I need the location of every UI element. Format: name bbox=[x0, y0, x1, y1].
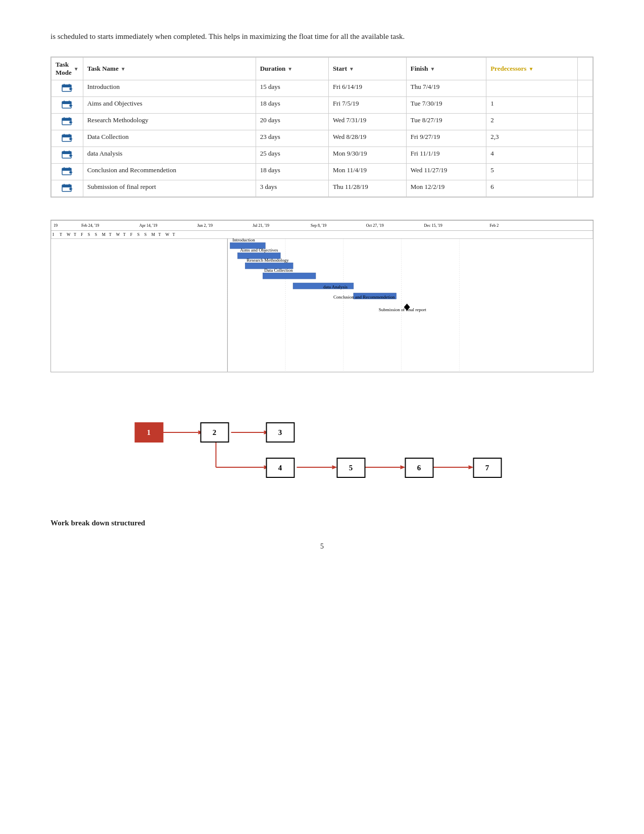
table-row: Research Methodology20 daysWed 7/31/19Tu… bbox=[52, 114, 593, 130]
col-predecessors: Predecessors ▼ bbox=[486, 58, 578, 80]
table-body: Introduction15 daysFri 6/14/19Thu 7/4/19… bbox=[52, 80, 593, 197]
task-name-cell: Research Methodology bbox=[83, 114, 256, 130]
svg-text:F: F bbox=[130, 232, 133, 237]
task-mode-cell bbox=[52, 164, 83, 180]
svg-rect-16 bbox=[62, 135, 71, 137]
svg-text:F: F bbox=[81, 232, 83, 237]
svg-text:W: W bbox=[116, 232, 120, 237]
svg-text:Feb 2: Feb 2 bbox=[489, 223, 499, 228]
svg-text:M: M bbox=[152, 232, 155, 237]
col-duration-label: Duration bbox=[260, 65, 286, 73]
col-task-name-arrow[interactable]: ▼ bbox=[121, 66, 126, 72]
task-duration-cell: 3 days bbox=[256, 180, 328, 197]
wbs-title: Work break down structured bbox=[51, 519, 593, 527]
task-name-cell: Conclusion and Recommendetion bbox=[83, 164, 256, 180]
task-mode-icon bbox=[62, 183, 73, 192]
task-mode-cell bbox=[52, 80, 83, 97]
svg-text:Apr 14, '19: Apr 14, '19 bbox=[139, 223, 158, 228]
task-extra-cell bbox=[578, 180, 593, 197]
col-extra bbox=[578, 58, 593, 80]
col-start-arrow[interactable]: ▼ bbox=[349, 66, 354, 72]
col-task-name: Task Name ▼ bbox=[83, 58, 256, 80]
svg-text:19: 19 bbox=[54, 223, 58, 228]
svg-text:Dec 15, '19: Dec 15, '19 bbox=[424, 223, 442, 228]
svg-rect-31 bbox=[62, 185, 71, 187]
svg-text:T: T bbox=[60, 232, 62, 237]
task-pred-cell: 6 bbox=[486, 180, 578, 197]
intro-paragraph: is scheduled to starts immediately when … bbox=[51, 30, 593, 42]
col-task-mode-arrow[interactable]: ▼ bbox=[74, 66, 79, 72]
task-mode-icon bbox=[62, 133, 73, 142]
task-pred-cell: 5 bbox=[486, 164, 578, 180]
task-extra-cell bbox=[578, 97, 593, 114]
svg-marker-96 bbox=[469, 465, 474, 469]
svg-text:Jun 2, '19: Jun 2, '19 bbox=[197, 223, 212, 228]
task-finish-cell: Mon 12/2/19 bbox=[406, 180, 486, 197]
col-task-mode: TaskMode ▼ bbox=[52, 58, 83, 80]
svg-text:T: T bbox=[173, 232, 175, 237]
task-extra-cell bbox=[578, 114, 593, 130]
task-name-cell: Submission of final report bbox=[83, 180, 256, 197]
svg-rect-11 bbox=[62, 118, 71, 121]
task-mode-cell bbox=[52, 130, 83, 147]
table-row: Introduction15 daysFri 6/14/19Thu 7/4/19 bbox=[52, 80, 593, 97]
task-start-cell: Wed 8/28/19 bbox=[328, 130, 406, 147]
table-row: Submission of final report3 daysThu 11/2… bbox=[52, 180, 593, 197]
col-start-label: Start bbox=[333, 65, 347, 73]
task-mode-cell bbox=[52, 114, 83, 130]
task-mode-cell bbox=[52, 180, 83, 197]
task-mode-icon bbox=[62, 100, 73, 109]
task-pred-cell: 1 bbox=[486, 97, 578, 114]
svg-text:Conclusion and Recommendetion: Conclusion and Recommendetion bbox=[333, 295, 395, 300]
svg-text:S: S bbox=[144, 232, 146, 237]
svg-text:data Analysis: data Analysis bbox=[323, 284, 348, 289]
svg-text:Introduction: Introduction bbox=[232, 237, 255, 242]
task-duration-cell: 15 days bbox=[256, 80, 328, 97]
task-finish-cell: Tue 8/27/19 bbox=[406, 114, 486, 130]
task-finish-cell: Wed 11/27/19 bbox=[406, 164, 486, 180]
task-finish-cell: Thu 7/4/19 bbox=[406, 80, 486, 97]
svg-text:7: 7 bbox=[485, 464, 489, 472]
col-pred-arrow[interactable]: ▼ bbox=[528, 66, 533, 72]
task-duration-cell: 18 days bbox=[256, 164, 328, 180]
task-name-cell: Data Collection bbox=[83, 130, 256, 147]
svg-text:T: T bbox=[123, 232, 126, 237]
network-svg: 1 2 3 4 5 6 7 bbox=[51, 403, 593, 504]
table-header-row: TaskMode ▼ Task Name ▼ Duration ▼ bbox=[52, 58, 593, 80]
svg-marker-92 bbox=[332, 465, 337, 469]
svg-text:4: 4 bbox=[278, 464, 282, 472]
col-duration: Duration ▼ bbox=[256, 58, 328, 80]
table-row: Data Collection23 daysWed 8/28/19Fri 9/2… bbox=[52, 130, 593, 147]
svg-text:Jul 21, '19: Jul 21, '19 bbox=[253, 223, 269, 228]
col-pred-label: Predecessors bbox=[490, 65, 526, 73]
svg-text:5: 5 bbox=[349, 464, 353, 472]
svg-text:Research Methodology: Research Methodology bbox=[246, 258, 289, 263]
task-duration-cell: 25 days bbox=[256, 147, 328, 164]
task-start-cell: Fri 6/14/19 bbox=[328, 80, 406, 97]
svg-rect-76 bbox=[263, 273, 316, 279]
col-finish-arrow[interactable]: ▼ bbox=[430, 66, 435, 72]
table-row: data Analysis25 daysMon 9/30/19Fri 11/1/… bbox=[52, 147, 593, 164]
svg-text:Submission of final report: Submission of final report bbox=[379, 307, 426, 312]
task-start-cell: Thu 11/28/19 bbox=[328, 180, 406, 197]
task-name-cell: Introduction bbox=[83, 80, 256, 97]
svg-rect-26 bbox=[62, 168, 71, 171]
col-finish: Finish ▼ bbox=[406, 58, 486, 80]
task-mode-icon bbox=[62, 166, 73, 175]
task-mode-icon bbox=[62, 150, 73, 159]
gantt-chart: 19 Feb 24, '19 Apr 14, '19 Jun 2, '19 Ju… bbox=[51, 220, 593, 372]
svg-text:T: T bbox=[74, 232, 76, 237]
svg-text:Oct 27, '19: Oct 27, '19 bbox=[366, 223, 384, 228]
svg-marker-94 bbox=[401, 465, 406, 469]
svg-rect-6 bbox=[62, 102, 71, 104]
svg-text:Sep 8, '19: Sep 8, '19 bbox=[311, 223, 326, 228]
svg-text:6: 6 bbox=[417, 464, 421, 472]
svg-rect-21 bbox=[62, 152, 71, 154]
network-diagram: 1 2 3 4 5 6 7 bbox=[51, 393, 593, 494]
task-extra-cell bbox=[578, 164, 593, 180]
col-duration-arrow[interactable]: ▼ bbox=[287, 66, 292, 72]
svg-text:Feb 24, '19: Feb 24, '19 bbox=[81, 223, 99, 228]
svg-text:2: 2 bbox=[213, 428, 217, 436]
task-mode-cell bbox=[52, 147, 83, 164]
task-duration-cell: 20 days bbox=[256, 114, 328, 130]
